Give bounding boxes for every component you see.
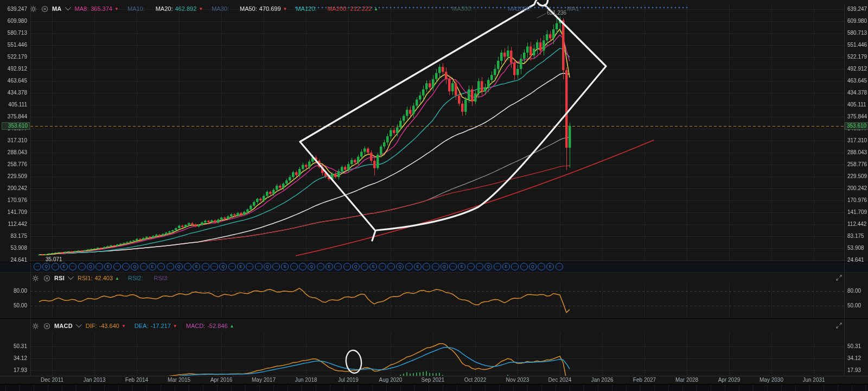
event-marker-icon[interactable]: ⋯ xyxy=(52,263,59,270)
indicator-toggle-item[interactable]: RSI3: xyxy=(154,275,171,281)
event-marker-icon[interactable]: ⋯ xyxy=(379,263,386,270)
event-marker-icon[interactable]: ⋯ xyxy=(272,263,280,270)
gear-icon[interactable] xyxy=(31,274,39,282)
up-arrow-icon: ▲ xyxy=(115,276,119,281)
event-marker-icon[interactable]: Q xyxy=(529,263,537,270)
indicator-toggle-item[interactable]: RSI2: xyxy=(128,275,145,281)
time-axis-label: Feb 2014 xyxy=(125,377,148,383)
indicator-value: 365.374 xyxy=(91,5,112,12)
event-marker-icon[interactable]: ⋯ xyxy=(202,263,209,270)
axis-tick-label: 80.00 xyxy=(8,288,27,294)
event-marker-icon[interactable]: Q xyxy=(175,263,183,270)
down-arrow-icon: ▼ xyxy=(122,324,126,329)
chevron-down-icon[interactable] xyxy=(65,4,71,10)
indicator-label: MA50: xyxy=(240,5,257,12)
expand-panel-icon[interactable] xyxy=(836,275,842,281)
event-marker-icon[interactable]: ⋯ xyxy=(95,263,103,270)
time-axis-label: Jan 2026 xyxy=(591,377,613,383)
expand-panel-icon[interactable] xyxy=(836,323,842,329)
indicator-toggle-item[interactable]: DEA:-17.217▼ xyxy=(135,323,177,329)
indicator-toggle-item[interactable]: MA200:212.222▲ xyxy=(327,5,378,12)
event-marker-icon[interactable]: ⋯ xyxy=(538,263,545,270)
event-marker-icon[interactable]: ⋯ xyxy=(122,263,130,270)
event-marker-icon[interactable]: ⋯ xyxy=(255,263,263,270)
indicator-toggle-item[interactable]: MA1 xyxy=(567,5,582,12)
indicator-toggle-item[interactable]: MACD:-52.846▲ xyxy=(186,323,234,329)
indicator-value: -17.217 xyxy=(151,323,171,329)
indicator-label: MA1 xyxy=(567,5,579,12)
event-marker-icon[interactable]: E xyxy=(502,263,510,270)
event-marker-icon[interactable]: ⋯ xyxy=(556,263,563,270)
close-indicator-icon[interactable] xyxy=(43,322,50,330)
event-marker-icon[interactable]: ⋯ xyxy=(476,263,483,270)
event-marker-icon[interactable]: ⋯ xyxy=(113,263,121,270)
indicator-toggle-item[interactable]: MA8:365.374▼ xyxy=(75,5,119,12)
event-marker-icon[interactable]: ⋯ xyxy=(228,263,236,270)
indicator-label: MA8: xyxy=(75,5,89,12)
indicator-toggle-item[interactable]: DIF:-43.640▼ xyxy=(86,323,126,329)
event-marker-icon[interactable]: E xyxy=(326,263,333,270)
indicator-name[interactable]: MA xyxy=(52,5,62,12)
close-indicator-icon[interactable] xyxy=(43,274,50,282)
event-marker-icon[interactable]: E xyxy=(60,263,68,270)
chevron-down-icon[interactable] xyxy=(68,273,74,279)
indicator-name[interactable]: RSI xyxy=(54,275,65,281)
time-axis-label: Jun 2031 xyxy=(802,377,825,383)
event-marker-icon[interactable]: ⋯ xyxy=(343,263,351,270)
event-marker-icon[interactable]: E xyxy=(237,263,245,270)
event-marker-icon[interactable]: Q xyxy=(441,263,448,270)
axis-tick-label: 112.442 xyxy=(847,221,866,228)
chart-canvas[interactable] xyxy=(0,0,868,391)
indicator-toggle-item[interactable]: MA30: xyxy=(212,5,231,12)
indicator-toggle-item[interactable]: MA300: xyxy=(452,5,475,12)
event-marker-icon[interactable]: ⋯ xyxy=(290,263,298,270)
chevron-down-icon[interactable] xyxy=(76,321,82,327)
event-marker-icon[interactable]: ⋯ xyxy=(520,263,528,270)
axis-tick-label: 24.641 xyxy=(1,257,27,263)
time-axis-label: May 2017 xyxy=(252,377,276,383)
indicator-label: MA20: xyxy=(156,5,173,12)
indicator-toggle-item[interactable]: MA120: xyxy=(296,5,318,12)
close-indicator-icon[interactable] xyxy=(41,5,48,12)
macd-items: DIF:-43.640▼DEA:-17.217▼MACD:-52.846▲ xyxy=(86,323,243,329)
event-marker-icon[interactable]: ⋯ xyxy=(210,263,218,270)
event-marker-icon[interactable]: ⋯ xyxy=(405,263,413,270)
event-marker-icon[interactable]: ⋯ xyxy=(387,263,395,270)
event-marker-icon[interactable]: ⋯ xyxy=(78,263,86,270)
event-marker-icon[interactable]: Q xyxy=(352,263,360,270)
indicator-name[interactable]: MACD xyxy=(54,323,73,329)
event-marker-icon[interactable]: ⋯ xyxy=(494,263,501,270)
gear-icon[interactable] xyxy=(31,322,39,330)
time-axis-label: May 2030 xyxy=(760,377,783,383)
event-marker-icon[interactable]: ⋯ xyxy=(361,263,368,270)
current-price-tag-left: 353.610 xyxy=(2,122,30,130)
axis-tick-label: 229.509 xyxy=(847,173,867,180)
current-price-tag-right: 353.610 xyxy=(845,122,868,130)
indicator-toggle-item[interactable]: MA50:470.699▼ xyxy=(240,5,287,12)
event-marker-icon[interactable]: E xyxy=(149,263,156,270)
event-marker-icon[interactable]: ⋯ xyxy=(449,263,457,270)
event-marker-icon[interactable]: ⋯ xyxy=(432,263,439,270)
event-marker-icon[interactable]: ⋯ xyxy=(317,263,324,270)
axis-tick-label: 288.043 xyxy=(1,149,27,156)
indicator-toggle-item[interactable]: RSI1:42.403▲ xyxy=(78,275,119,281)
time-axis-label: Mar 2015 xyxy=(168,377,190,383)
event-marker-icon[interactable]: ⋯ xyxy=(184,263,192,270)
indicator-label: RSI1: xyxy=(78,275,93,281)
event-marker-icon[interactable]: Q xyxy=(87,263,94,270)
indicator-toggle-item[interactable]: MA20:462.892▼ xyxy=(156,5,203,12)
axis-tick-label: 53.908 xyxy=(847,245,864,251)
event-marker-icon[interactable]: ⋯ xyxy=(140,263,148,270)
event-marker-icon[interactable]: ⋯ xyxy=(167,263,174,270)
event-marker-icon[interactable]: Q xyxy=(264,263,271,270)
indicator-toggle-item[interactable]: MA1000: xyxy=(508,5,534,12)
event-marker-icon[interactable]: ⋯ xyxy=(299,263,307,270)
event-marker-icon[interactable]: ⋯ xyxy=(467,263,475,270)
axis-tick-label: 551.446 xyxy=(1,42,27,48)
indicator-toggle-item[interactable]: MA10: xyxy=(127,5,147,12)
axis-tick-label: 258.776 xyxy=(1,161,27,168)
gear-icon[interactable] xyxy=(29,5,37,12)
event-marker-icon[interactable]: ⋯ xyxy=(34,263,41,270)
trading-chart-window: { "main_header": { "name": "MA", "items"… xyxy=(0,0,868,391)
event-marker-icon[interactable]: E xyxy=(414,263,422,270)
